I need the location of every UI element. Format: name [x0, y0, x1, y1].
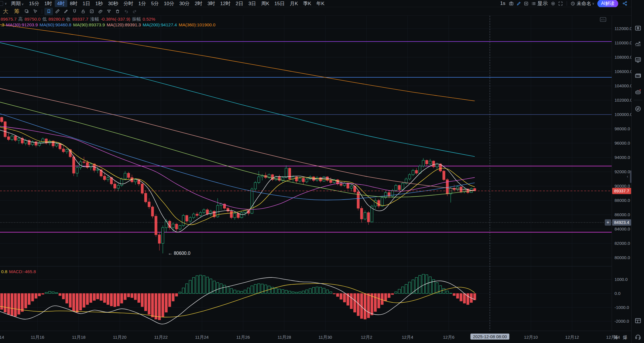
- crosshair: [0, 16, 612, 331]
- macd-histogram: [0, 274, 476, 320]
- crosshair-price-badge: 84923.4 +: [612, 219, 631, 226]
- layout-panels-icon[interactable]: [634, 317, 642, 325]
- time-axis-label: 12月12: [565, 335, 579, 340]
- ai-robot-icon[interactable]: [634, 88, 642, 96]
- price-axis-label: 80000.0: [615, 255, 630, 260]
- price-axis-label: 108000.0: [615, 55, 633, 60]
- time-axis-label: 12月4: [402, 335, 413, 340]
- swap-icon[interactable]: [634, 105, 642, 113]
- grid: [0, 16, 612, 331]
- price-axis-label: 86000.0: [615, 212, 630, 217]
- trading-app: ← 80600.0 ∨ 周期∨ 15分1时4时8时1日1秒30秒分时1分5分10…: [0, 0, 644, 343]
- candles-layer: [0, 116, 476, 253]
- ma-line-MA10: [0, 127, 475, 225]
- time-axis[interactable]: 1411月1611月1811月2011月2211月2411月2611月2811月…: [0, 331, 631, 343]
- svg-text:ETF: ETF: [636, 75, 640, 77]
- price-axis-label: 92000.0: [615, 169, 630, 174]
- chips-tab[interactable]: 筹: [614, 335, 618, 341]
- add-order-plus-button[interactable]: +: [605, 219, 611, 226]
- time-axis-label: 11月24: [195, 335, 208, 340]
- chevron-left-icon[interactable]: ‹: [627, 174, 628, 179]
- time-axis-label: 12月10: [524, 335, 538, 340]
- ma-line-MA200: [0, 42, 475, 157]
- price-axis-label: 82000.0: [615, 241, 630, 246]
- time-axis-label: 11月20: [113, 335, 126, 340]
- price-axis-label: 104000.0: [615, 83, 633, 88]
- time-axis-label: 11月16: [31, 335, 44, 340]
- price-axis-label: 112000.0: [615, 26, 632, 31]
- price-axis-label: 88000.0: [615, 198, 630, 203]
- crosshair-date-badge: 2025-12-08 08:00: [470, 334, 509, 340]
- price-axis-label: 96000.0: [615, 141, 630, 145]
- macd-axis-label: -1000.0: [615, 305, 629, 310]
- ma-line-MA90: [0, 102, 475, 197]
- price-axis-label: 84000.0: [615, 226, 630, 231]
- headset-support-icon[interactable]: [634, 333, 642, 341]
- ma-line-MA360: [0, 24, 475, 101]
- price-axis-label: 100000.0: [615, 112, 633, 117]
- time-axis-label: 11月22: [154, 335, 168, 340]
- time-axis-label: 11月18: [72, 335, 85, 340]
- trend-up-icon[interactable]: [634, 40, 642, 48]
- wallet-icon[interactable]: [634, 24, 642, 32]
- etf-icon[interactable]: ETF: [634, 72, 642, 80]
- time-axis-label: 12月6: [443, 335, 454, 340]
- macd-axis-label: 1000.0: [615, 277, 628, 282]
- price-axis-label: 110000.0: [615, 40, 632, 45]
- price-axis-label: 106000.0: [615, 69, 633, 74]
- pane-maximize-icon[interactable]: [600, 17, 606, 22]
- price-annotation: ← 80600.0: [168, 251, 190, 256]
- price-axis-label: 98000.0: [615, 126, 630, 131]
- price-axis[interactable]: 112000.0110000.0108000.0106000.0104000.0…: [612, 16, 632, 331]
- macd-axis-label: 0.0: [615, 291, 621, 296]
- drawn-hlines[interactable]: [0, 42, 612, 232]
- time-axis-label: 11月30: [318, 335, 332, 340]
- liquidation-tab[interactable]: 爆: [623, 335, 627, 341]
- price-axis-label: 94000.0: [615, 155, 630, 160]
- time-axis-label: 11月28: [277, 335, 291, 340]
- macd-axis-label: -2000.0: [615, 319, 629, 324]
- time-axis-label: 12月2: [361, 335, 372, 340]
- chart-canvas[interactable]: ← 80600.0: [0, 0, 644, 343]
- time-axis-label: 11月26: [236, 335, 250, 340]
- ma-lines: [0, 24, 475, 232]
- time-axis-label: 14: [0, 335, 4, 340]
- right-sidebar: ETF: [631, 0, 644, 343]
- screener-icon[interactable]: [634, 56, 642, 64]
- current-price-badge: 89337.7: [612, 188, 631, 194]
- price-axis-label: 102000.0: [615, 98, 633, 102]
- sidebar-divider: [634, 100, 642, 100]
